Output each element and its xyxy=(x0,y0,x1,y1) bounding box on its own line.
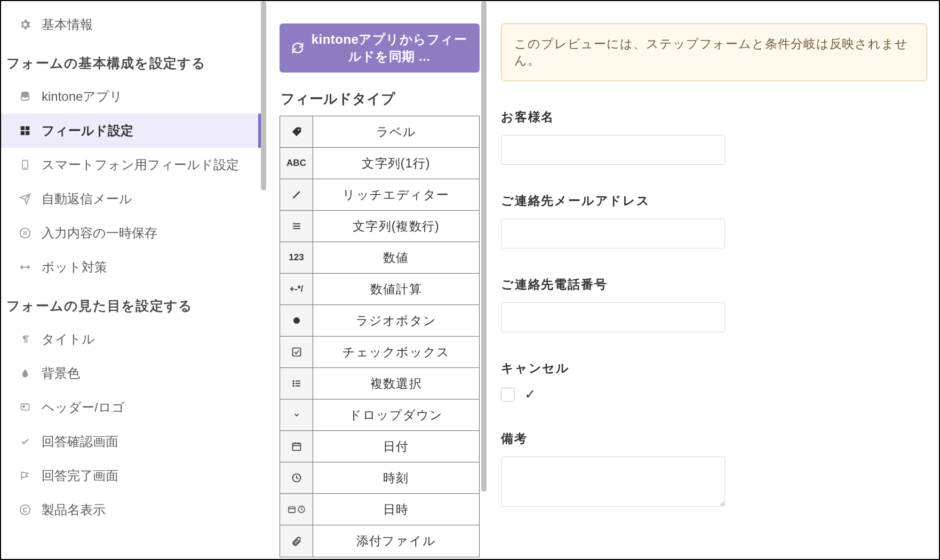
field-label: お客様名 xyxy=(501,109,927,125)
pencil-icon xyxy=(280,179,313,210)
abc-icon: ABC xyxy=(280,148,313,179)
fieldtype-number[interactable]: 123 数値 xyxy=(280,242,479,274)
sidebar-item-smartphone-fields[interactable]: スマートフォン用フィールド設定 xyxy=(1,148,261,182)
sidebar-item-confirm-screen[interactable]: 回答確認画面 xyxy=(1,425,261,459)
sidebar-item-label: kintoneアプリ xyxy=(42,88,123,105)
fieldtype-dropdown[interactable]: ドロップダウン xyxy=(280,399,479,431)
bars-icon xyxy=(280,211,313,242)
copyright-icon xyxy=(16,504,34,516)
customer-name-input[interactable] xyxy=(501,135,725,165)
svg-rect-30 xyxy=(289,507,295,513)
tag-icon xyxy=(280,116,313,147)
field-label: 備考 xyxy=(501,430,927,447)
sidebar-item-label: フィールド設定 xyxy=(42,122,133,139)
preview-field-notes: 備考 xyxy=(501,430,927,509)
sidebar-item-complete-screen[interactable]: 回答完了画面 xyxy=(1,459,261,493)
field-label: ご連絡先メールアドレス xyxy=(501,193,927,209)
field-type-list: ラベル ABC 文字列(1行) リッチエディター 文字列(複数行) 123 数値… xyxy=(280,116,480,557)
svg-rect-4 xyxy=(26,131,29,135)
sidebar-item-header-logo[interactable]: ヘッダー/ロゴ xyxy=(1,390,261,425)
chevron-down-icon xyxy=(280,399,313,430)
flag-icon xyxy=(16,470,34,482)
fieldtype-text-multi[interactable]: 文字列(複数行) xyxy=(280,211,479,242)
sidebar-item-auto-reply-mail[interactable]: 自動返信メール xyxy=(1,182,261,216)
sidebar-item-product-name[interactable]: 製品名表示 xyxy=(1,493,261,527)
svg-rect-2 xyxy=(26,126,29,130)
sidebar-item-label: 背景色 xyxy=(42,365,80,382)
svg-point-11 xyxy=(23,406,25,407)
field-label: ご連絡先電話番号 xyxy=(501,276,927,293)
svg-point-13 xyxy=(298,129,299,131)
sidebar-item-label: ヘッダー/ロゴ xyxy=(42,399,125,416)
radio-icon xyxy=(280,305,313,336)
svg-point-21 xyxy=(293,383,294,384)
database-icon xyxy=(16,91,34,102)
sidebar-item-kintone-app[interactable]: kintoneアプリ xyxy=(1,79,261,114)
fieldtype-multiselect[interactable]: 複数選択 xyxy=(280,368,479,399)
field-type-heading: フィールドタイプ xyxy=(281,90,480,108)
form-preview: このプレビューには、ステップフォームと条件分岐は反映されません。 お客様名 ご連… xyxy=(501,1,939,559)
smartphone-icon xyxy=(16,158,34,172)
svg-point-23 xyxy=(293,386,294,387)
sidebar-item-title[interactable]: タイトル xyxy=(1,322,261,356)
calc-icon: +-*/ xyxy=(280,274,313,305)
refresh-icon xyxy=(291,42,304,54)
clock-icon xyxy=(280,462,313,493)
fieldtype-label-text: 文字列(1行) xyxy=(313,148,479,179)
calendar-clock-icon xyxy=(280,494,313,525)
sidebar-item-label: 自動返信メール xyxy=(42,190,132,207)
fieldtype-datetime[interactable]: 日時 xyxy=(280,494,479,525)
gear-icon xyxy=(16,18,34,31)
palette-scrollbar[interactable] xyxy=(481,1,487,559)
phone-input[interactable] xyxy=(501,302,725,332)
fieldtype-radio[interactable]: ラジオボタン xyxy=(280,305,479,337)
check-icon xyxy=(16,437,34,446)
recycle-icon xyxy=(16,261,34,273)
sidebar-item-label: 製品名表示 xyxy=(42,501,106,518)
sidebar-item-label: 回答完了画面 xyxy=(42,467,118,484)
fieldtype-label-text: 数値計算 xyxy=(313,274,479,305)
svg-point-17 xyxy=(293,317,300,324)
fieldtype-date[interactable]: 日付 xyxy=(280,431,479,462)
fieldtype-time[interactable]: 時刻 xyxy=(280,462,479,494)
sidebar-item-basic-info[interactable]: 基本情報 xyxy=(1,7,261,42)
fieldtype-attachment[interactable]: 添付ファイル xyxy=(280,525,479,557)
fieldtype-label-text: 日付 xyxy=(313,431,479,462)
sidebar-item-field-settings[interactable]: フィールド設定 xyxy=(1,114,261,148)
sidebar-item-label: タイトル xyxy=(42,331,95,348)
sidebar-item-label: 基本情報 xyxy=(42,16,93,33)
svg-rect-1 xyxy=(21,126,25,130)
sidebar-item-label: スマートフォン用フィールド設定 xyxy=(42,156,239,173)
fieldtype-text-single[interactable]: ABC 文字列(1行) xyxy=(280,148,479,179)
cancel-checkbox[interactable] xyxy=(501,388,515,402)
fieldtype-label-text: 添付ファイル xyxy=(313,525,479,557)
preview-field-customer-name: お客様名 xyxy=(501,109,927,165)
sidebar-item-save-draft[interactable]: 入力内容の一時保存 xyxy=(1,216,261,250)
sidebar-item-bot-protection[interactable]: ボット対策 xyxy=(1,250,261,284)
pause-circle-icon xyxy=(16,227,34,239)
svg-rect-10 xyxy=(21,404,29,410)
notes-textarea[interactable] xyxy=(501,457,725,507)
sidebar-item-bgcolor[interactable]: 背景色 xyxy=(1,356,261,390)
grid-icon xyxy=(16,125,34,137)
preview-notice-alert: このプレビューには、ステップフォームと条件分岐は反映されません。 xyxy=(501,23,927,81)
fieldtype-calc[interactable]: +-*/ 数値計算 xyxy=(280,274,479,305)
checkbox-icon xyxy=(280,337,313,367)
123-icon: 123 xyxy=(280,242,313,273)
sidebar-section-appearance: フォームの見た目を設定する xyxy=(1,284,261,322)
svg-rect-25 xyxy=(292,443,300,450)
fieldtype-checkbox[interactable]: チェックボックス xyxy=(280,337,479,368)
fieldtype-rich-editor[interactable]: リッチエディター xyxy=(280,179,479,211)
droplet-icon xyxy=(16,367,34,379)
list-icon xyxy=(280,368,313,399)
settings-sidebar: 基本情報 フォームの基本構成を設定する kintoneアプリ フィールド設定 ス… xyxy=(1,1,261,559)
sync-from-kintone-button[interactable]: kintoneアプリからフィールドを同期 ... xyxy=(280,23,480,73)
checkbox-option-label: ✓ xyxy=(524,386,536,403)
fieldtype-label-text: 複数選択 xyxy=(313,368,479,399)
fieldtype-label-text: ラベル xyxy=(313,116,479,147)
email-input[interactable] xyxy=(501,219,725,249)
svg-point-19 xyxy=(293,381,294,382)
sidebar-scrollbar[interactable] xyxy=(261,1,266,559)
svg-rect-18 xyxy=(292,348,300,356)
fieldtype-label[interactable]: ラベル xyxy=(280,116,479,148)
